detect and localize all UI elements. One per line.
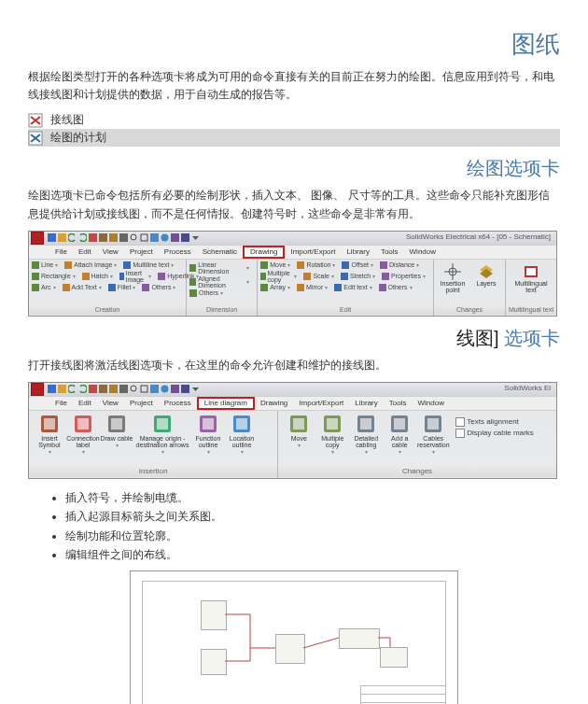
ribbon-command[interactable]: Arc▾ [32,284,56,291]
ribbon-command[interactable]: Hatch▾ [82,273,113,280]
insertion-point-button[interactable]: Insertion point [437,263,469,293]
qat-dropdown-icon[interactable] [191,385,200,393]
ribbon-tab[interactable]: Tools [384,397,413,410]
ribbon-command[interactable]: Others▾ [142,284,175,291]
ribbon-tab[interactable]: Import/Export [293,397,349,410]
ribbon-tab[interactable]: Edit [73,397,97,410]
qat-undo-icon[interactable] [68,385,77,393]
ribbon-tab[interactable]: Project [124,397,159,410]
ribbon-tab[interactable]: Library [341,246,374,259]
qat-zoomfit-icon[interactable] [140,385,148,393]
qat-copy-icon[interactable] [99,385,107,393]
qat-undo-icon[interactable] [68,233,77,242]
quick-access-toolbar[interactable] [48,385,200,393]
ribbon-tab[interactable]: View [97,246,124,259]
svg-rect-59 [181,385,189,393]
ribbon-tab[interactable]: Window [412,397,449,410]
ribbon-big-button[interactable]: Multiple copy▾ [315,414,349,455]
ribbon-tab[interactable]: Window [404,246,441,259]
ribbon-tab[interactable]: Line diagram [197,397,255,410]
ribbon-command[interactable]: Multiple copy▾ [260,270,297,283]
qat-redo-icon[interactable] [78,385,87,393]
ribbon1-tabs[interactable]: FileEditViewProjectProcessSchematicDrawi… [29,245,556,260]
qat-print-icon[interactable] [119,233,128,242]
ribbon-big-button[interactable]: Insert Symbol▾ [33,414,66,455]
ribbon-command[interactable]: Mirror▾ [297,284,328,291]
ribbon-tab[interactable]: File [49,397,73,410]
drawing-type-item[interactable]: 接线图 [28,111,560,129]
ribbon-command[interactable]: Add Text▾ [63,284,102,291]
ribbon-command[interactable]: Others▾ [189,289,223,297]
qat-open-icon[interactable] [58,233,66,242]
ribbon-tab[interactable]: Edit [73,246,97,259]
ribbon-command[interactable]: Attach Image▾ [64,261,117,269]
ribbon-command[interactable]: Offset▾ [342,261,373,269]
ribbon-big-button[interactable]: Connection label▾ [66,414,100,455]
ribbon-command[interactable]: Linear Dimension▾ [189,261,249,275]
qat-zoom-icon[interactable] [130,385,138,393]
ribbon-big-button[interactable]: Cables reservation▾ [416,414,450,455]
qat-macro-icon[interactable] [181,385,189,393]
ribbon-big-button[interactable]: Detailed cabling▾ [349,414,383,455]
ribbon-tab[interactable]: Library [349,397,383,410]
ribbon-command[interactable]: Fillet▾ [108,284,136,291]
ribbon-tab[interactable]: Drawing [243,246,285,259]
qat-open-icon[interactable] [58,385,66,393]
ribbon2-tabs[interactable]: FileEditViewProjectProcessLine diagramDr… [29,396,556,411]
ribbon-command[interactable]: Distance▾ [380,261,419,269]
ribbon-tab[interactable]: Process [159,246,197,259]
qat-paste-icon[interactable] [109,385,118,393]
qat-refresh-icon[interactable] [150,385,159,393]
ribbon-command[interactable]: Stretch▾ [341,273,375,280]
qat-zoomfit-icon[interactable] [140,233,148,242]
ribbon-tab[interactable]: Drawing [255,397,293,410]
ribbon-command[interactable]: Insert Image▾ [119,270,151,283]
ribbon-big-button[interactable]: Add a cable▾ [383,414,416,455]
qat-symbol-icon[interactable] [171,233,179,242]
texts-alignment-checkbox[interactable]: Texts alignment [455,417,534,427]
qat-globe-icon[interactable] [161,385,169,393]
ribbon-command[interactable]: Line▾ [32,261,58,269]
ribbon-big-button[interactable]: Manage origin - destination arrows▾ [133,414,191,455]
drawing-type-item[interactable]: 绘图的计划 [28,129,560,147]
ribbon-command[interactable]: Aligned Dimenion▾ [189,275,249,289]
ribbon-command[interactable]: Multiline text▾ [123,261,174,269]
qat-macro-icon[interactable] [181,233,189,242]
ribbon-big-button[interactable]: Draw cable▾ [100,414,133,455]
ribbon-command[interactable]: Rectangle▾ [32,273,76,280]
ribbon-big-button[interactable]: Function outline▾ [191,414,225,455]
ribbon-big-button[interactable]: Location outline▾ [225,414,259,455]
qat-redo-icon[interactable] [78,233,87,242]
layers-button[interactable]: Layers [470,263,502,293]
qat-globe-icon[interactable] [161,233,169,242]
ribbon-tab[interactable]: Schematic [197,246,243,259]
qat-dropdown-icon[interactable] [191,233,200,242]
ribbon-big-button[interactable]: Move▾ [282,414,315,455]
ribbon-command[interactable]: Others▾ [379,284,413,291]
ribbon-tab[interactable]: File [49,246,73,259]
qat-refresh-icon[interactable] [150,233,159,242]
ribbon-command[interactable]: Edit text▾ [334,284,371,291]
qat-print-icon[interactable] [119,385,128,393]
qat-symbol-icon[interactable] [171,385,179,393]
ribbon-tab[interactable]: Tools [375,246,404,259]
ribbon-tab[interactable]: Process [159,397,197,410]
qat-paste-icon[interactable] [109,233,118,242]
qat-save-icon[interactable] [48,233,56,242]
ribbon-command[interactable]: Properties▾ [382,273,426,280]
quick-access-toolbar[interactable] [48,233,200,242]
qat-cut-icon[interactable] [89,385,97,393]
ribbon-tab[interactable]: View [97,397,124,410]
multilingual-text-button[interactable]: Multilingual text [509,263,553,293]
ribbon-tab[interactable]: Import/Export [285,246,341,259]
qat-copy-icon[interactable] [99,233,107,242]
ribbon-command[interactable]: Move▾ [260,261,290,269]
qat-save-icon[interactable] [48,385,56,393]
ribbon-command[interactable]: Array▾ [260,284,290,291]
display-cable-marks-checkbox[interactable]: Display cable marks [455,429,534,438]
qat-cut-icon[interactable] [89,233,97,242]
ribbon-command[interactable]: Rotation▾ [297,261,335,269]
qat-zoom-icon[interactable] [130,233,138,242]
ribbon-tab[interactable]: Project [124,246,159,259]
ribbon-command[interactable]: Scale▾ [303,273,334,280]
